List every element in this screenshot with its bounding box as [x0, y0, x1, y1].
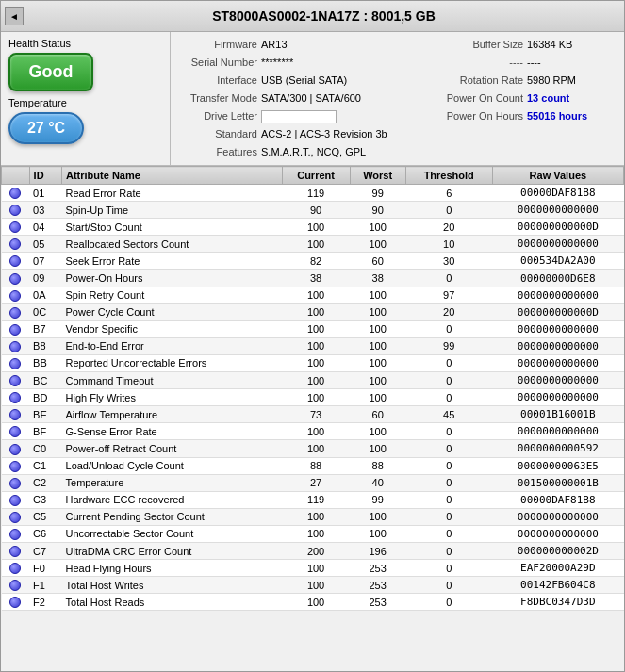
health-temp-panel: Health Status Good Temperature 27 °C	[1, 32, 171, 165]
row-name: Power-On Hours	[62, 270, 282, 287]
row-id: 0A	[29, 287, 61, 303]
table-row: C1Load/Unload Cycle Count888800000000006…	[2, 457, 624, 474]
back-button[interactable]: ◄	[5, 7, 24, 25]
status-dot	[9, 205, 21, 216]
row-current: 100	[282, 560, 350, 577]
row-name: Hardware ECC recovered	[62, 491, 282, 508]
row-dot-icon	[2, 354, 30, 371]
row-id: B8	[29, 337, 61, 354]
col-header-threshold: Threshold	[405, 167, 492, 185]
row-threshold: 0	[405, 202, 492, 219]
row-worst: 100	[350, 389, 405, 406]
power-hours-label: Power On Hours	[442, 107, 527, 124]
header-area: Health Status Good Temperature 27 °C Fir…	[1, 32, 624, 166]
standard-row: Standard ACS-2 | ACS-3 Revision 3b	[176, 125, 430, 142]
row-dot-icon	[2, 577, 30, 594]
row-worst: 100	[350, 525, 405, 542]
row-name: Command Timeout	[62, 372, 282, 389]
features-row: Features S.M.A.R.T., NCQ, GPL	[176, 143, 430, 160]
row-name: Head Flying Hours	[62, 560, 282, 577]
col-header-worst: Worst	[350, 167, 405, 185]
row-worst: 253	[350, 560, 405, 577]
serial-row: Serial Number ********	[176, 54, 430, 71]
table-row: 04Start/Stop Count10010020000000000000D	[2, 219, 624, 236]
row-dot-icon	[2, 270, 30, 287]
row-current: 100	[282, 594, 350, 611]
title-bar: ◄ ST8000AS0002-1NA17Z : 8001,5 GB	[1, 1, 624, 32]
row-dot-icon	[2, 287, 30, 303]
row-current: 200	[282, 542, 350, 559]
row-name: Reported Uncorrectable Errors	[62, 354, 282, 371]
row-current: 38	[282, 270, 350, 287]
rotation-value: 5980 RPM	[527, 72, 576, 89]
power-count-row: Power On Count 13 count	[442, 90, 618, 107]
row-worst: 100	[350, 440, 405, 457]
status-dot	[9, 512, 21, 523]
table-row: C5Current Pending Sector Count1001000000…	[2, 508, 624, 525]
row-worst: 100	[350, 423, 405, 440]
temperature-section: Temperature 27 °C	[8, 97, 162, 144]
status-dot	[9, 546, 21, 557]
row-raw: 00000000063E5	[492, 457, 623, 474]
table-row: F2Total Host Reads1002530F8DBC0347D3D	[2, 594, 624, 611]
row-id: F0	[29, 560, 61, 577]
row-threshold: 0	[405, 542, 492, 559]
row-id: C7	[29, 542, 61, 559]
row-threshold: 10	[405, 236, 492, 253]
row-raw: 0000000000000	[492, 202, 623, 219]
col-header-raw: Raw Values	[492, 167, 623, 185]
row-worst: 38	[350, 270, 405, 287]
temperature-badge: 27 °C	[8, 112, 84, 144]
table-row: 0CPower Cycle Count10010020000000000000D	[2, 303, 624, 320]
row-worst: 100	[350, 354, 405, 371]
power-hours-row: Power On Hours 55016 hours	[442, 107, 618, 124]
drive-letter-label: Drive Letter	[176, 107, 261, 124]
row-current: 73	[282, 406, 350, 423]
row-raw: 0000000000000	[492, 525, 623, 542]
row-name: Total Host Reads	[62, 594, 282, 611]
health-label: Health Status	[8, 38, 162, 49]
firmware-value: AR13	[261, 36, 288, 53]
row-raw: EAF20000A29D	[492, 560, 623, 577]
serial-label: Serial Number	[176, 54, 261, 71]
row-raw: 000534DA2A00	[492, 253, 623, 270]
rotation-label: Rotation Rate	[442, 72, 527, 89]
drive-letter-input[interactable]	[261, 110, 337, 123]
row-threshold: 45	[405, 406, 492, 423]
row-name: Current Pending Sector Count	[62, 508, 282, 525]
row-current: 100	[282, 440, 350, 457]
row-current: 100	[282, 354, 350, 371]
row-current: 100	[282, 236, 350, 253]
row-dot-icon	[2, 525, 30, 542]
row-current: 119	[282, 185, 350, 202]
row-name: Spin Retry Count	[62, 287, 282, 303]
row-current: 88	[282, 457, 350, 474]
row-raw: 0000000000000	[492, 372, 623, 389]
table-row: F1Total Host Writes100253000142FB604C8	[2, 577, 624, 594]
status-dot	[9, 478, 21, 489]
row-name: Power-off Retract Count	[62, 440, 282, 457]
row-threshold: 0	[405, 525, 492, 542]
row-dot-icon	[2, 594, 30, 611]
row-current: 82	[282, 253, 350, 270]
status-dot	[9, 341, 21, 352]
table-row: 05Reallocated Sectors Count1001001000000…	[2, 236, 624, 253]
table-row: BEAirflow Temperature73604500001B16001B	[2, 406, 624, 423]
row-raw: 0000000000000	[492, 389, 623, 406]
row-raw: 0000000000000	[492, 337, 623, 354]
table-row: BCCommand Timeout10010000000000000000	[2, 372, 624, 389]
transfer-value: SATA/300 | SATA/600	[261, 90, 361, 107]
row-worst: 100	[350, 303, 405, 320]
row-raw: 00142FB604C8	[492, 577, 623, 594]
device-info-panel: Firmware AR13 Serial Number ******** Int…	[171, 32, 436, 165]
table-row: C0Power-off Retract Count100100000000000…	[2, 440, 624, 457]
drive-letter-value	[261, 107, 337, 124]
row-id: BD	[29, 389, 61, 406]
firmware-row: Firmware AR13	[176, 36, 430, 53]
row-id: 07	[29, 253, 61, 270]
row-dot-icon	[2, 508, 30, 525]
row-id: BE	[29, 406, 61, 423]
transfer-label: Transfer Mode	[176, 90, 261, 107]
table-row: C3Hardware ECC recovered11999000000DAF81…	[2, 491, 624, 508]
row-threshold: 0	[405, 577, 492, 594]
